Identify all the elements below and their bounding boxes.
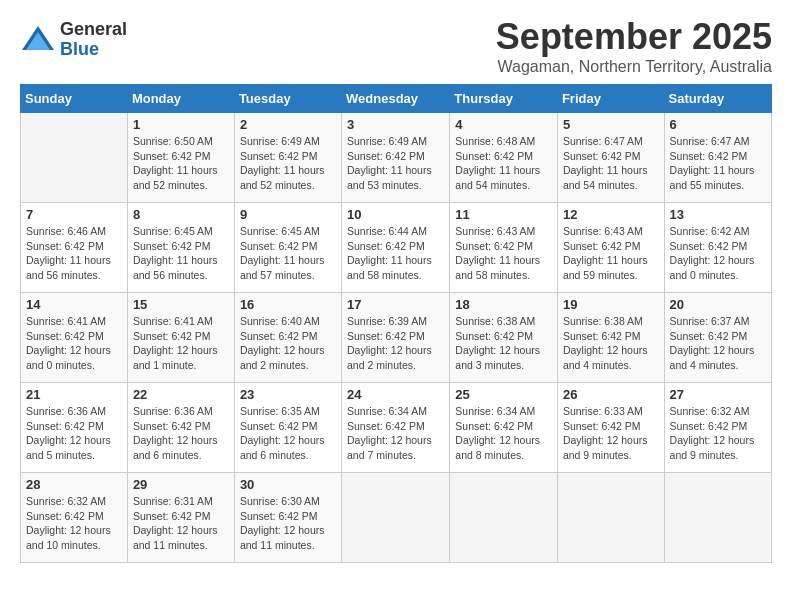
calendar-cell <box>450 473 558 563</box>
day-info: Sunrise: 6:32 AM Sunset: 6:42 PM Dayligh… <box>26 494 122 553</box>
day-info: Sunrise: 6:47 AM Sunset: 6:42 PM Dayligh… <box>563 134 659 193</box>
day-info: Sunrise: 6:41 AM Sunset: 6:42 PM Dayligh… <box>133 314 229 373</box>
calendar-cell: 17Sunrise: 6:39 AM Sunset: 6:42 PM Dayli… <box>342 293 450 383</box>
day-number: 29 <box>133 477 229 492</box>
calendar-week-2: 7Sunrise: 6:46 AM Sunset: 6:42 PM Daylig… <box>21 203 772 293</box>
day-number: 27 <box>670 387 766 402</box>
day-info: Sunrise: 6:38 AM Sunset: 6:42 PM Dayligh… <box>563 314 659 373</box>
day-number: 19 <box>563 297 659 312</box>
day-number: 17 <box>347 297 444 312</box>
day-number: 3 <box>347 117 444 132</box>
day-info: Sunrise: 6:45 AM Sunset: 6:42 PM Dayligh… <box>240 224 336 283</box>
day-number: 18 <box>455 297 552 312</box>
calendar-cell: 20Sunrise: 6:37 AM Sunset: 6:42 PM Dayli… <box>664 293 771 383</box>
day-info: Sunrise: 6:34 AM Sunset: 6:42 PM Dayligh… <box>347 404 444 463</box>
weekday-header-row: SundayMondayTuesdayWednesdayThursdayFrid… <box>21 85 772 113</box>
calendar-cell: 10Sunrise: 6:44 AM Sunset: 6:42 PM Dayli… <box>342 203 450 293</box>
day-number: 26 <box>563 387 659 402</box>
calendar-cell: 24Sunrise: 6:34 AM Sunset: 6:42 PM Dayli… <box>342 383 450 473</box>
day-info: Sunrise: 6:45 AM Sunset: 6:42 PM Dayligh… <box>133 224 229 283</box>
day-info: Sunrise: 6:41 AM Sunset: 6:42 PM Dayligh… <box>26 314 122 373</box>
day-number: 11 <box>455 207 552 222</box>
day-info: Sunrise: 6:34 AM Sunset: 6:42 PM Dayligh… <box>455 404 552 463</box>
day-number: 14 <box>26 297 122 312</box>
logo: General Blue <box>20 20 127 60</box>
day-info: Sunrise: 6:40 AM Sunset: 6:42 PM Dayligh… <box>240 314 336 373</box>
weekday-header-monday: Monday <box>127 85 234 113</box>
day-info: Sunrise: 6:37 AM Sunset: 6:42 PM Dayligh… <box>670 314 766 373</box>
calendar-cell: 7Sunrise: 6:46 AM Sunset: 6:42 PM Daylig… <box>21 203 128 293</box>
calendar-cell: 16Sunrise: 6:40 AM Sunset: 6:42 PM Dayli… <box>234 293 341 383</box>
day-info: Sunrise: 6:38 AM Sunset: 6:42 PM Dayligh… <box>455 314 552 373</box>
day-number: 1 <box>133 117 229 132</box>
weekday-header-friday: Friday <box>557 85 664 113</box>
day-info: Sunrise: 6:30 AM Sunset: 6:42 PM Dayligh… <box>240 494 336 553</box>
day-number: 15 <box>133 297 229 312</box>
calendar-cell: 13Sunrise: 6:42 AM Sunset: 6:42 PM Dayli… <box>664 203 771 293</box>
weekday-header-sunday: Sunday <box>21 85 128 113</box>
day-info: Sunrise: 6:49 AM Sunset: 6:42 PM Dayligh… <box>347 134 444 193</box>
day-info: Sunrise: 6:49 AM Sunset: 6:42 PM Dayligh… <box>240 134 336 193</box>
title-area: September 2025 Wagaman, Northern Territo… <box>496 16 772 76</box>
day-number: 4 <box>455 117 552 132</box>
day-number: 20 <box>670 297 766 312</box>
logo-icon <box>20 22 56 58</box>
day-number: 22 <box>133 387 229 402</box>
calendar-cell: 18Sunrise: 6:38 AM Sunset: 6:42 PM Dayli… <box>450 293 558 383</box>
logo-blue-text: Blue <box>60 40 127 60</box>
day-number: 10 <box>347 207 444 222</box>
day-number: 9 <box>240 207 336 222</box>
calendar-cell: 19Sunrise: 6:38 AM Sunset: 6:42 PM Dayli… <box>557 293 664 383</box>
calendar-cell: 14Sunrise: 6:41 AM Sunset: 6:42 PM Dayli… <box>21 293 128 383</box>
calendar-cell: 22Sunrise: 6:36 AM Sunset: 6:42 PM Dayli… <box>127 383 234 473</box>
weekday-header-wednesday: Wednesday <box>342 85 450 113</box>
day-number: 25 <box>455 387 552 402</box>
calendar-cell: 2Sunrise: 6:49 AM Sunset: 6:42 PM Daylig… <box>234 113 341 203</box>
calendar-cell: 1Sunrise: 6:50 AM Sunset: 6:42 PM Daylig… <box>127 113 234 203</box>
calendar-cell <box>557 473 664 563</box>
day-info: Sunrise: 6:36 AM Sunset: 6:42 PM Dayligh… <box>133 404 229 463</box>
month-title: September 2025 <box>496 16 772 58</box>
day-number: 8 <box>133 207 229 222</box>
logo-text: General Blue <box>60 20 127 60</box>
day-info: Sunrise: 6:46 AM Sunset: 6:42 PM Dayligh… <box>26 224 122 283</box>
day-number: 16 <box>240 297 336 312</box>
calendar-week-4: 21Sunrise: 6:36 AM Sunset: 6:42 PM Dayli… <box>21 383 772 473</box>
calendar-cell: 11Sunrise: 6:43 AM Sunset: 6:42 PM Dayli… <box>450 203 558 293</box>
calendar-cell: 21Sunrise: 6:36 AM Sunset: 6:42 PM Dayli… <box>21 383 128 473</box>
day-number: 21 <box>26 387 122 402</box>
calendar-cell: 6Sunrise: 6:47 AM Sunset: 6:42 PM Daylig… <box>664 113 771 203</box>
day-info: Sunrise: 6:47 AM Sunset: 6:42 PM Dayligh… <box>670 134 766 193</box>
day-number: 6 <box>670 117 766 132</box>
day-number: 13 <box>670 207 766 222</box>
calendar-cell: 26Sunrise: 6:33 AM Sunset: 6:42 PM Dayli… <box>557 383 664 473</box>
weekday-header-thursday: Thursday <box>450 85 558 113</box>
calendar-cell: 25Sunrise: 6:34 AM Sunset: 6:42 PM Dayli… <box>450 383 558 473</box>
day-info: Sunrise: 6:35 AM Sunset: 6:42 PM Dayligh… <box>240 404 336 463</box>
logo-general-text: General <box>60 20 127 40</box>
calendar-header: SundayMondayTuesdayWednesdayThursdayFrid… <box>21 85 772 113</box>
calendar-cell: 12Sunrise: 6:43 AM Sunset: 6:42 PM Dayli… <box>557 203 664 293</box>
calendar-cell: 8Sunrise: 6:45 AM Sunset: 6:42 PM Daylig… <box>127 203 234 293</box>
day-info: Sunrise: 6:42 AM Sunset: 6:42 PM Dayligh… <box>670 224 766 283</box>
day-number: 23 <box>240 387 336 402</box>
weekday-header-saturday: Saturday <box>664 85 771 113</box>
calendar-cell: 4Sunrise: 6:48 AM Sunset: 6:42 PM Daylig… <box>450 113 558 203</box>
calendar-body: 1Sunrise: 6:50 AM Sunset: 6:42 PM Daylig… <box>21 113 772 563</box>
calendar-week-1: 1Sunrise: 6:50 AM Sunset: 6:42 PM Daylig… <box>21 113 772 203</box>
calendar-cell <box>664 473 771 563</box>
calendar-cell: 23Sunrise: 6:35 AM Sunset: 6:42 PM Dayli… <box>234 383 341 473</box>
day-number: 28 <box>26 477 122 492</box>
day-info: Sunrise: 6:43 AM Sunset: 6:42 PM Dayligh… <box>563 224 659 283</box>
calendar-week-3: 14Sunrise: 6:41 AM Sunset: 6:42 PM Dayli… <box>21 293 772 383</box>
calendar-cell: 27Sunrise: 6:32 AM Sunset: 6:42 PM Dayli… <box>664 383 771 473</box>
day-number: 7 <box>26 207 122 222</box>
day-number: 30 <box>240 477 336 492</box>
calendar-cell: 3Sunrise: 6:49 AM Sunset: 6:42 PM Daylig… <box>342 113 450 203</box>
calendar-cell: 9Sunrise: 6:45 AM Sunset: 6:42 PM Daylig… <box>234 203 341 293</box>
weekday-header-tuesday: Tuesday <box>234 85 341 113</box>
header: General Blue September 2025 Wagaman, Nor… <box>20 16 772 76</box>
day-info: Sunrise: 6:31 AM Sunset: 6:42 PM Dayligh… <box>133 494 229 553</box>
day-info: Sunrise: 6:33 AM Sunset: 6:42 PM Dayligh… <box>563 404 659 463</box>
calendar-cell: 30Sunrise: 6:30 AM Sunset: 6:42 PM Dayli… <box>234 473 341 563</box>
